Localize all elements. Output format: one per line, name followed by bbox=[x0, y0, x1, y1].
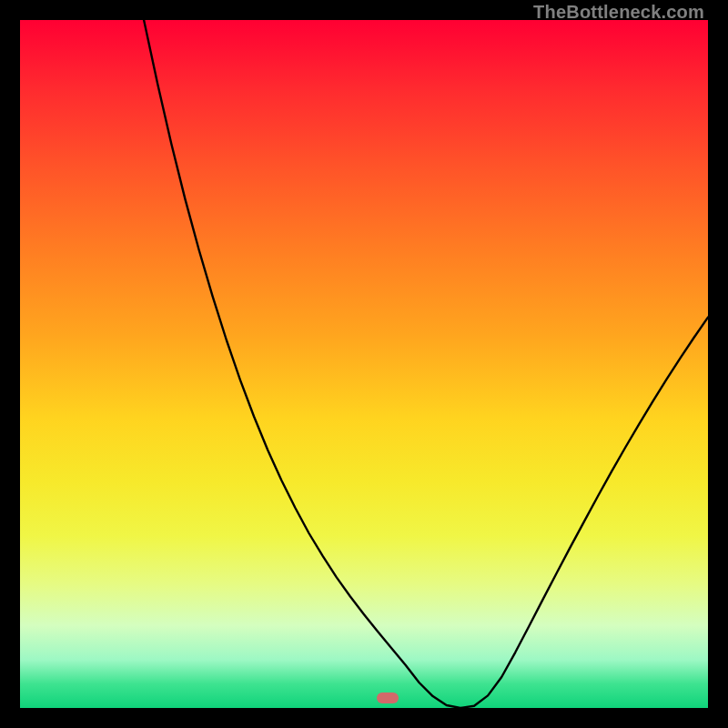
plot-area bbox=[20, 20, 708, 708]
optimal-point-marker bbox=[377, 693, 399, 703]
bottleneck-curve bbox=[20, 20, 708, 708]
watermark-text: TheBottleneck.com bbox=[533, 2, 704, 23]
chart-frame: TheBottleneck.com bbox=[0, 0, 728, 728]
